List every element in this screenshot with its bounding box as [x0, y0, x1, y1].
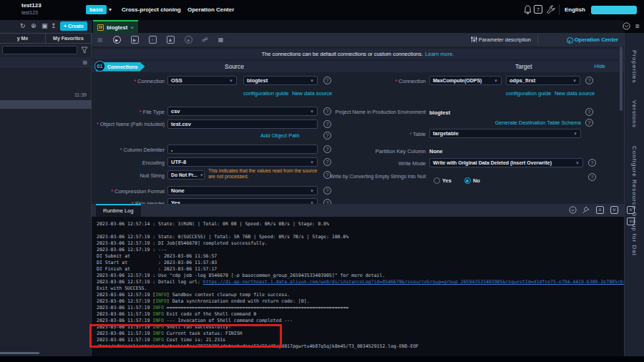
log-line: /home/admin/alisatasknode/taskinfo//2023…	[97, 343, 619, 350]
menu-cross-project-cloning[interactable]: Cross-project cloning	[122, 6, 181, 13]
right-sidebar: Properties Versions Configure Resource G…	[624, 33, 644, 356]
minimize-panel-icon[interactable]: ∨	[627, 217, 635, 225]
vertical-scrollbar[interactable]	[620, 47, 623, 111]
create-button[interactable]: + Create	[60, 21, 87, 31]
left-panel-tabs: y Me My Favorites	[0, 33, 92, 44]
tab-created-by-me[interactable]: y Me	[0, 33, 46, 44]
run-icon[interactable]: ▶	[113, 36, 121, 44]
help-icon[interactable]: ?	[585, 108, 593, 116]
horizontal-scrollbar[interactable]	[0, 352, 39, 354]
column-delimiter-input[interactable]: ,	[167, 145, 318, 154]
target-connection-name-select[interactable]: odps_first▼	[506, 76, 580, 85]
partition-key-value: None	[429, 148, 443, 155]
operation-center-icon: ▸	[567, 37, 573, 44]
sidebar-item-properties[interactable]: Properties	[631, 50, 638, 83]
help-icon[interactable]: ?	[585, 77, 593, 84]
write-mode-select[interactable]: Write with Original Data Deleted (Insert…	[429, 158, 583, 167]
radio-no-circle[interactable]	[464, 177, 471, 184]
advanced-run-icon[interactable]: ▶	[131, 36, 139, 44]
list-header-row: ⊞	[0, 57, 92, 67]
grid-icon[interactable]: ▦	[218, 36, 224, 43]
log-detail-url-link[interactable]: https://di-ap-northeast-1.data.aliyun.co…	[203, 279, 644, 285]
di-config-form: The connections can be default connectio…	[92, 47, 624, 204]
compression-format-select[interactable]: None▼	[167, 186, 318, 195]
language-selector[interactable]: English	[565, 6, 585, 13]
history-icon[interactable]	[569, 206, 577, 214]
bell-icon[interactable]	[524, 5, 532, 14]
write-mode-label: Write Mode	[311, 160, 426, 167]
grid-view-icon[interactable]: ⊞	[82, 59, 87, 66]
locate-icon[interactable]: ⊕	[31, 22, 36, 29]
chevron-down-circle-icon[interactable]	[623, 22, 630, 30]
operation-center-button[interactable]: ▸Operation Center	[567, 36, 618, 44]
import-icon[interactable]: ↥	[51, 22, 57, 29]
chevron-down-icon[interactable]: ▾	[109, 6, 112, 13]
log-line: 2023-03-06 12:57:19 : Detail log url: ht…	[97, 279, 619, 285]
file-type-select[interactable]: csv▼	[167, 107, 318, 116]
chevron-down-icon: ▼	[573, 132, 577, 136]
production-project-value: blogtest	[429, 109, 450, 116]
env-badge[interactable]: basic	[86, 5, 107, 14]
encoding-select[interactable]: UTF-8▼	[167, 157, 318, 167]
null-string-select[interactable]: Do Not Pr...▼	[167, 170, 205, 180]
search-input[interactable]	[2, 46, 77, 54]
sidebar-item-versions[interactable]: Versions	[631, 100, 638, 128]
generate-table-schema-link[interactable]: Generate Destination Table Schema	[429, 119, 581, 126]
parameter-description-button[interactable]: Parameter description	[471, 36, 531, 43]
source-config-guide-link[interactable]: configuration guide	[243, 90, 288, 97]
log-line: 2023-03-06 11:57:19 INFO Shell run succe…	[97, 324, 619, 331]
editor-toolbar: ▦▶▶↑♟■☍▦ Parameter description ▸Operatio…	[92, 33, 624, 47]
batch-icon[interactable]: ▣	[42, 22, 48, 29]
object-name-input[interactable]: test.csv	[167, 119, 318, 129]
learn-more-link[interactable]: Learn more.	[425, 51, 454, 57]
pin-icon[interactable]	[582, 206, 590, 214]
help-icon[interactable]: ?	[588, 159, 596, 167]
source-connection-name-select[interactable]: blogtest▼	[243, 76, 318, 85]
tab-my-favorites[interactable]: My Favorites	[46, 33, 92, 44]
target-config-guide-link[interactable]: configuration guide	[506, 90, 551, 97]
notification-count-icon[interactable]: 7	[534, 5, 542, 14]
source-connection-type-select[interactable]: OSS▼	[167, 76, 237, 85]
help-icon[interactable]: ?	[585, 119, 593, 127]
collapse-panel-icon[interactable]: ∨	[610, 206, 618, 214]
close-icon[interactable]: ×	[130, 24, 134, 31]
wrench-icon[interactable]	[547, 5, 555, 14]
add-object-path-link[interactable]: Add Object Path	[260, 132, 300, 139]
null-string-label: Null String	[93, 172, 165, 179]
production-project-label: Project Name in Production Environment	[311, 109, 426, 114]
table-label: Table	[311, 131, 426, 137]
target-new-data-source-link[interactable]: New data source	[555, 90, 595, 97]
chevron-down-icon: ▼	[200, 173, 204, 177]
log-info-tag: INFO	[152, 318, 164, 323]
target-connection-type-select[interactable]: MaxCompute(ODPS)▼	[429, 76, 502, 85]
help-icon[interactable]: ?	[588, 173, 596, 181]
radio-yes[interactable]: Yes	[434, 172, 452, 185]
log-output: 2023-03-06 12:57:14 : State: 3(RUN) | To…	[97, 221, 619, 350]
app-root: test123 test123 basic ▾ Cross-project cl…	[0, 0, 644, 362]
table-select[interactable]: targetable▼	[429, 129, 581, 138]
stop-icon[interactable]: ■	[185, 36, 192, 44]
hide-link[interactable]: Hide	[595, 63, 605, 69]
tab-blogtest[interactable]: DI blogtest ×	[93, 20, 138, 33]
partition-key-label: Partition Key Column	[311, 148, 426, 155]
account-name-redacted[interactable]	[591, 6, 637, 14]
log-line: DI Start at : 2023-03-06 11:57:03	[97, 260, 619, 266]
restore-panel-icon[interactable]: ∧	[627, 206, 635, 214]
sidebar-item-configure-resource-group[interactable]: Configure Resource Group for Dat	[631, 146, 638, 256]
submit-icon[interactable]: ↑	[149, 36, 157, 44]
source-new-data-source-link[interactable]: New data source	[292, 90, 332, 97]
menu-operation-center[interactable]: Operation Center	[187, 6, 234, 13]
help-icon[interactable]: ?	[323, 187, 331, 195]
lineage-icon[interactable]: ☍	[203, 36, 208, 43]
refresh-icon[interactable]: ↻	[20, 22, 26, 29]
radio-yes-circle[interactable]	[434, 177, 440, 184]
hamburger-menu-icon[interactable]: ≡	[635, 22, 640, 30]
tab-runtime-log[interactable]: Runtime Log	[96, 204, 141, 217]
expand-panel-icon[interactable]: ∧	[596, 206, 604, 214]
filter-icon[interactable]	[81, 47, 88, 54]
list-item-selected[interactable]	[0, 100, 92, 109]
radio-no[interactable]: No	[464, 172, 480, 185]
save-icon[interactable]: ▦	[97, 36, 103, 43]
owner-icon[interactable]: ♟	[167, 36, 175, 44]
help-icon[interactable]: ?	[323, 120, 331, 128]
